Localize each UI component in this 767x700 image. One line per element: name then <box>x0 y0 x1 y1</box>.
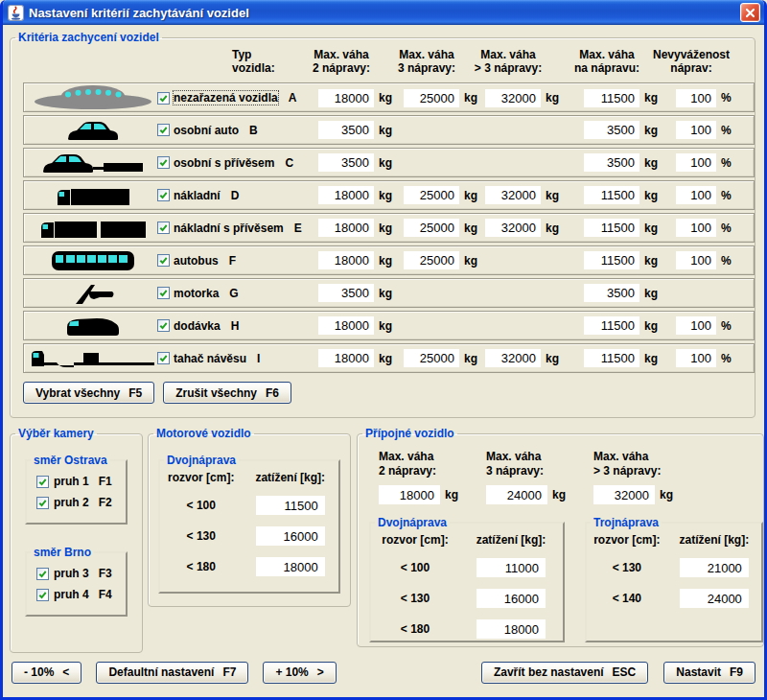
weight-field-I-3[interactable]: 11500 <box>584 349 639 367</box>
axle-row: < 13016000 <box>371 589 563 608</box>
unit-label: kg <box>459 254 485 268</box>
weight-field-E-2[interactable]: 32000 <box>485 219 541 237</box>
deselect-all-button[interactable]: Zrušit všechnyF6 <box>163 382 291 404</box>
weight-field-C-0[interactable]: 3500 <box>318 153 374 172</box>
weight-field-A-2[interactable]: 32000 <box>485 89 541 107</box>
weight-field-D-4[interactable]: 100 <box>676 186 716 204</box>
plus-10-percent-button[interactable]: + 10%> <box>263 662 336 684</box>
vehicle-key: B <box>249 124 258 137</box>
unit-label: % <box>716 319 737 333</box>
vehicle-checkbox-C[interactable] <box>157 156 170 169</box>
default-settings-button[interactable]: Defaultní nastaveníF7 <box>96 662 248 684</box>
load-field[interactable]: 11000 <box>476 558 546 577</box>
apply-settings-button[interactable]: NastavitF9 <box>663 662 755 684</box>
trailer-vehicle-group: Přípojné vozidlo Max. váha2 nápravy:1800… <box>357 427 764 647</box>
weight-field-G-0[interactable]: 3500 <box>318 284 374 302</box>
weight-field-H-4[interactable]: 100 <box>676 316 716 335</box>
vehicle-label: osobní auto <box>174 124 239 137</box>
vehicle-checkbox-I[interactable] <box>157 352 170 364</box>
unit-label: kg <box>541 222 584 235</box>
vehicle-checkbox-G[interactable] <box>157 287 170 299</box>
vehicle-label: motorka <box>174 287 219 300</box>
motor-vehicle-group: Motorové vozidlo Dvojnápravarozvor [cm]:… <box>148 427 351 607</box>
weight-field-G-3[interactable]: 3500 <box>584 284 639 302</box>
trailer-group-title: Přípojné vozidlo <box>362 427 457 440</box>
vehicle-checkbox-H[interactable] <box>157 319 170 332</box>
wheelbase-header: rozvor [cm]: <box>160 471 243 484</box>
weight-field-D-3[interactable]: 11500 <box>584 186 639 204</box>
check-icon <box>37 477 48 487</box>
weight-field-F-4[interactable]: 100 <box>676 251 716 269</box>
weight-field-B-4[interactable]: 100 <box>676 121 716 139</box>
load-field[interactable]: 18000 <box>256 557 325 576</box>
titlebar[interactable]: Nastavení kritérií zachytávání vozidel <box>3 0 764 25</box>
select-all-button[interactable]: Vybrat všechnyF5 <box>23 382 154 404</box>
weight-field-I-4[interactable]: 100 <box>676 349 716 367</box>
trailer-max-field[interactable]: 24000 <box>486 485 547 504</box>
weight-field-F-3[interactable]: 11500 <box>584 251 639 269</box>
vehicle-checkbox-F[interactable] <box>157 254 170 267</box>
weight-field-F-1[interactable]: 25000 <box>404 251 459 269</box>
weight-field-D-1[interactable]: 25000 <box>404 186 459 204</box>
load-field[interactable]: 24000 <box>680 589 749 608</box>
lane-key: F1 <box>99 475 112 488</box>
check-icon <box>158 190 169 200</box>
close-button[interactable] <box>740 3 760 22</box>
unit-label: % <box>716 124 737 137</box>
criteria-group-title: Kritéria zachycení vozidel <box>15 31 162 44</box>
weight-field-H-3[interactable]: 11500 <box>584 316 639 335</box>
vehicle-row-C: osobní s přívěsemC3500kg3500kg100% <box>23 148 755 177</box>
weight-field-F-0[interactable]: 18000 <box>318 251 374 269</box>
minus-10-percent-button[interactable]: - 10%< <box>12 662 81 684</box>
trailer-max-field[interactable]: 32000 <box>593 485 655 504</box>
lane-checkbox-F1[interactable] <box>36 476 49 488</box>
weight-field-A-3[interactable]: 11500 <box>584 89 639 107</box>
weight-field-E-1[interactable]: 25000 <box>404 219 459 237</box>
weight-field-H-0[interactable]: 18000 <box>318 316 374 335</box>
trailer-two-axle-panel: Dvojnápravarozvor [cm]:zatížení [kg]:< 1… <box>369 516 565 642</box>
vehicle-checkbox-D[interactable] <box>157 189 170 201</box>
weight-field-I-2[interactable]: 32000 <box>485 349 541 367</box>
weight-field-D-2[interactable]: 32000 <box>485 186 541 204</box>
load-field[interactable]: 11500 <box>256 496 325 515</box>
vehicle-checkbox-E[interactable] <box>157 222 170 234</box>
lane-checkbox-F4[interactable] <box>36 589 49 601</box>
axle-row: < 14024000 <box>587 589 761 608</box>
lane-checkbox-F3[interactable] <box>36 568 49 580</box>
vehicle-icon-car <box>28 116 157 144</box>
weight-field-I-0[interactable]: 18000 <box>318 349 374 367</box>
unit-label: kg <box>440 488 458 502</box>
trailer-max-col-2: Max. váha> 3 nápravy:32000kg <box>593 450 701 504</box>
load-field[interactable]: 16000 <box>256 526 325 546</box>
weight-field-E-0[interactable]: 18000 <box>318 219 374 237</box>
weight-field-A-1[interactable]: 25000 <box>404 89 459 107</box>
weight-field-B-3[interactable]: 3500 <box>584 121 639 139</box>
close-x-icon <box>745 8 755 18</box>
vehicle-icon-truck-trailer <box>28 214 157 242</box>
weight-field-C-4[interactable]: 100 <box>676 153 716 172</box>
trailer-max-field[interactable]: 18000 <box>379 485 440 504</box>
weight-field-E-3[interactable]: 11500 <box>584 219 639 237</box>
weight-field-I-1[interactable]: 25000 <box>404 349 459 367</box>
lane-key: F3 <box>99 567 112 580</box>
vehicle-checkbox-B[interactable] <box>157 124 170 136</box>
weight-field-A-0[interactable]: 18000 <box>318 89 374 107</box>
load-field[interactable]: 16000 <box>476 589 546 608</box>
weight-field-A-4[interactable]: 100 <box>676 89 716 107</box>
lane-checkbox-F2[interactable] <box>36 497 49 509</box>
weight-field-B-0[interactable]: 3500 <box>318 121 374 139</box>
close-without-saving-button[interactable]: Zavřít bez nastaveníESC <box>481 662 648 684</box>
camera-direction-panel-0: směr Ostravapruh 1F1pruh 2F2 <box>25 454 128 525</box>
lane-row: pruh 4F4 <box>36 588 126 601</box>
weight-field-D-0[interactable]: 18000 <box>318 186 374 204</box>
vehicle-checkbox-A[interactable] <box>157 92 170 105</box>
check-icon <box>37 498 48 508</box>
axle-panel-title: Dvojnáprava <box>375 516 450 529</box>
load-field[interactable]: 18000 <box>476 619 546 639</box>
load-field[interactable]: 21000 <box>680 558 749 577</box>
check-icon <box>158 288 169 298</box>
axle-row: < 18018000 <box>160 557 338 576</box>
axle-row: < 13021000 <box>587 558 761 577</box>
weight-field-E-4[interactable]: 100 <box>676 219 716 237</box>
weight-field-C-3[interactable]: 3500 <box>584 153 639 172</box>
